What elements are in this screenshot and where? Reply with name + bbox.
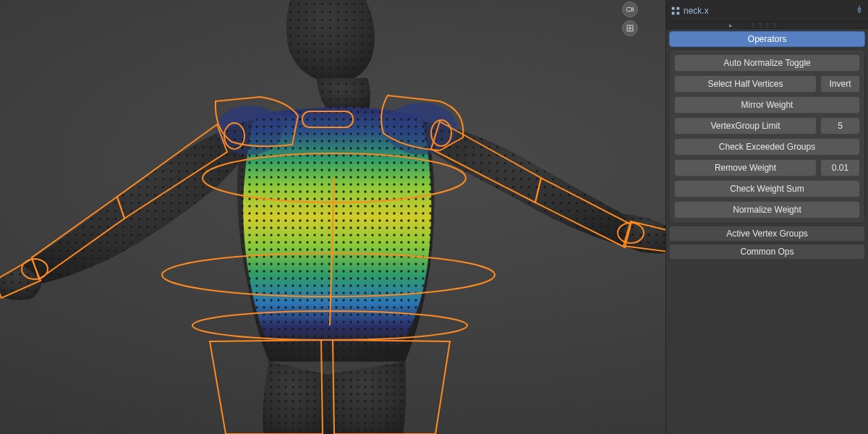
svg-rect-12 xyxy=(627,8,632,12)
pin-icon[interactable] xyxy=(855,5,864,16)
active-vertex-groups-header[interactable]: Active Vertex Groups xyxy=(669,226,865,242)
panel-drag-handle[interactable]: ▸ ⋮⋮⋮⋮ xyxy=(666,22,868,29)
expand-icon: ▸ xyxy=(729,22,733,29)
viewport-overlay-buttons xyxy=(622,1,638,36)
common-ops-header[interactable]: Common Ops xyxy=(669,244,865,260)
svg-rect-15 xyxy=(677,7,680,9)
svg-rect-14 xyxy=(672,7,675,9)
panel-header[interactable]: neck.x xyxy=(666,0,868,22)
svg-rect-17 xyxy=(677,12,680,14)
vertexgroup-limit-value[interactable]: 5 xyxy=(820,117,860,135)
operators-group: Auto Normalize Toggle Select Half Vertic… xyxy=(669,49,865,224)
mirror-weight-button[interactable]: Mirror Weight xyxy=(674,96,860,114)
normalize-weight-button[interactable]: Normalize Weight xyxy=(674,201,860,218)
vertex-group-icon xyxy=(671,6,681,16)
panel-body: Operators Auto Normalize Toggle Select H… xyxy=(666,29,868,267)
auto-normalize-toggle-button[interactable]: Auto Normalize Toggle xyxy=(674,54,860,72)
remove-weight-value[interactable]: 0.01 xyxy=(820,159,860,176)
remove-weight-button[interactable]: Remove Weight xyxy=(674,159,817,176)
vertex-dots xyxy=(0,0,675,434)
grid-icon[interactable] xyxy=(622,20,638,36)
invert-button[interactable]: Invert xyxy=(820,75,860,93)
select-half-vertices-button[interactable]: Select Half Vertices xyxy=(674,75,817,93)
active-object-name: neck.x xyxy=(684,6,709,16)
viewport-root: neck.x ▸ ⋮⋮⋮⋮ Operators Auto Normalize T… xyxy=(0,0,868,434)
check-exceeded-groups-button[interactable]: Check Exceeded Groups xyxy=(674,138,860,156)
side-panel: neck.x ▸ ⋮⋮⋮⋮ Operators Auto Normalize T… xyxy=(665,0,868,434)
camera-icon[interactable] xyxy=(622,1,638,17)
check-weight-sum-button[interactable]: Check Weight Sum xyxy=(674,180,860,197)
svg-rect-16 xyxy=(672,12,675,14)
grip-dots-icon: ⋮⋮⋮⋮ xyxy=(750,22,779,28)
operators-header[interactable]: Operators xyxy=(669,31,865,47)
vertexgroup-limit-button[interactable]: VertexGroup Limit xyxy=(674,117,817,135)
